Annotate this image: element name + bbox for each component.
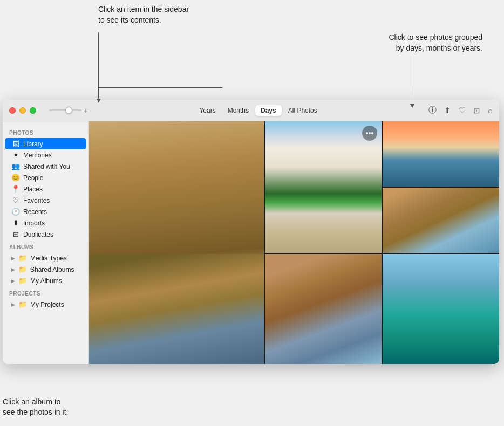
sidebar-item-shared-with-you[interactable]: 👥 Shared with You — [5, 161, 86, 172]
sidebar-item-people[interactable]: 😊 People — [5, 172, 86, 183]
places-icon: 📍 — [11, 185, 20, 193]
photo-group-people[interactable] — [265, 254, 382, 364]
photo-island[interactable] — [383, 254, 499, 364]
search-icon[interactable]: ⌕ — [488, 106, 493, 115]
sidebar-item-recents[interactable]: 🕐 Recents — [5, 206, 86, 217]
sidebar-label-my-projects: My Projects — [30, 301, 80, 308]
titlebar: + Years Months Days All Photos ⓘ ⬆ ♡ ⊡ ⌕ — [3, 100, 499, 121]
sidebar-label-library: Library — [23, 140, 80, 148]
traffic-lights — [9, 107, 36, 114]
sidebar-section-photos: Photos — [3, 126, 88, 138]
arrow-sidebar — [98, 32, 99, 102]
minimize-button[interactable] — [19, 107, 26, 114]
library-icon: 🖼 — [11, 140, 20, 148]
view-tabs: Years Months Days All Photos — [194, 105, 322, 116]
sidebar-label-places: Places — [23, 185, 80, 193]
media-types-icon: 📁 — [18, 254, 27, 262]
sidebar-label-my-albums: My Albums — [30, 277, 80, 285]
import-icon[interactable]: ⊡ — [473, 106, 480, 115]
favorites-icon: ♡ — [11, 196, 20, 204]
sidebar-label-shared-albums: Shared Albums — [30, 266, 80, 273]
sidebar-item-my-albums[interactable]: ▶ 📁 My Albums — [5, 275, 86, 286]
slider-track — [49, 109, 81, 111]
sidebar-label-duplicates: Duplicates — [23, 231, 80, 238]
zoom-plus-icon: + — [84, 106, 88, 115]
info-icon[interactable]: ⓘ — [428, 105, 437, 115]
slider-thumb — [65, 107, 72, 114]
sidebar-item-duplicates[interactable]: ⊞ Duplicates — [5, 229, 86, 240]
app-window: + Years Months Days All Photos ⓘ ⬆ ♡ ⊡ ⌕… — [3, 100, 499, 364]
shared-icon: 👥 — [11, 162, 20, 170]
my-projects-icon: 📁 — [18, 300, 27, 308]
duplicates-icon: ⊞ — [11, 230, 20, 238]
photo-area: Aug 5 Palermo ••• — [89, 121, 499, 364]
tab-years[interactable]: Years — [194, 105, 221, 116]
recents-icon: 🕐 — [11, 208, 20, 216]
sidebar-item-imports[interactable]: ⬇ Imports — [5, 217, 86, 229]
sidebar-item-favorites[interactable]: ♡ Favorites — [5, 195, 86, 206]
annotation-groupby: Click to see photos grouped by days, mon… — [389, 32, 482, 53]
sidebar-item-memories[interactable]: ✦ Memories — [5, 149, 86, 161]
imports-icon: ⬇ — [11, 219, 20, 227]
sidebar-section-albums: Albums — [3, 240, 88, 252]
annotation-album: Click an album to see the photos in it. — [3, 397, 68, 418]
sidebar-label-shared: Shared with You — [23, 163, 80, 170]
people-icon: 😊 — [11, 174, 20, 182]
expand-icon-projects: ▶ — [11, 302, 15, 307]
photo-stack-right — [383, 121, 499, 253]
expand-icon-shared: ▶ — [11, 267, 15, 272]
tab-days[interactable]: Days — [255, 105, 282, 116]
sidebar-label-imports: Imports — [23, 219, 80, 227]
close-button[interactable] — [9, 107, 16, 114]
sidebar-section-projects: Projects — [3, 286, 88, 299]
my-albums-icon: 📁 — [18, 277, 27, 285]
zoom-slider[interactable]: + — [49, 106, 88, 115]
more-options-button[interactable]: ••• — [362, 126, 377, 141]
sidebar-item-library[interactable]: 🖼 Library — [5, 138, 86, 149]
sidebar-label-media-types: Media Types — [30, 255, 80, 262]
sidebar-item-my-projects[interactable]: ▶ 📁 My Projects — [5, 299, 86, 310]
photo-portrait[interactable]: ••• — [265, 121, 382, 253]
sidebar-label-favorites: Favorites — [23, 197, 80, 204]
window-body: Photos 🖼 Library ✦ Memories 👥 Shared wit… — [3, 121, 499, 364]
photo-sunset[interactable] — [383, 121, 499, 187]
sidebar-item-shared-albums[interactable]: ▶ 📁 Shared Albums — [5, 264, 86, 275]
fullscreen-button[interactable] — [30, 107, 36, 114]
expand-icon: ▶ — [11, 256, 15, 261]
heart-icon[interactable]: ♡ — [459, 106, 466, 115]
sidebar-label-people: People — [23, 174, 80, 182]
photo-arches[interactable] — [89, 254, 264, 364]
tab-all-photos[interactable]: All Photos — [283, 105, 323, 116]
sidebar: Photos 🖼 Library ✦ Memories 👥 Shared wit… — [3, 121, 89, 364]
photos-grid: Aug 5 Palermo ••• — [89, 121, 499, 364]
annotation-sidebar: Click an item in the sidebar to see its … — [98, 4, 189, 25]
sidebar-label-recents: Recents — [23, 208, 80, 216]
sidebar-item-places[interactable]: 📍 Places — [5, 183, 86, 195]
titlebar-actions: ⓘ ⬆ ♡ ⊡ ⌕ — [428, 105, 493, 115]
sidebar-item-media-types[interactable]: ▶ 📁 Media Types — [5, 252, 86, 264]
photo-cliffs[interactable] — [383, 188, 499, 253]
shared-albums-icon: 📁 — [18, 265, 27, 273]
arrow-groupby — [412, 54, 412, 108]
sidebar-label-memories: Memories — [23, 152, 80, 159]
expand-icon-my-albums: ▶ — [11, 278, 15, 284]
view-tabs-group: Years Months Days All Photos — [88, 105, 428, 116]
share-icon[interactable]: ⬆ — [444, 106, 451, 115]
tab-months[interactable]: Months — [222, 105, 254, 116]
arrow-horizontal — [98, 87, 222, 88]
memories-icon: ✦ — [11, 151, 20, 159]
